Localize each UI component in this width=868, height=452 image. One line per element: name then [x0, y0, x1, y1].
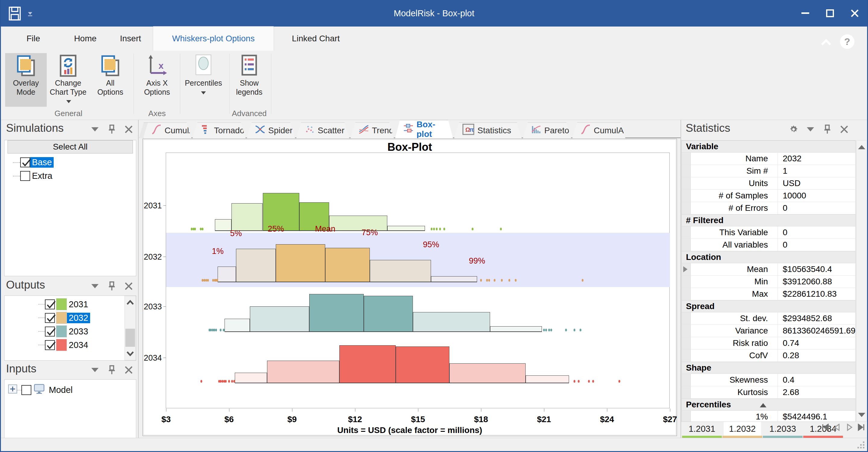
- next-page-icon[interactable]: [846, 424, 854, 433]
- chart-title: Box-Plot: [143, 141, 677, 153]
- outputs-pin-icon[interactable]: [107, 282, 116, 291]
- simulations-close-icon[interactable]: [124, 125, 133, 134]
- ribbon-tab-insert[interactable]: Insert: [116, 27, 146, 51]
- input-label[interactable]: Model: [47, 385, 74, 395]
- chart-tab-tornado[interactable]: Tornado: [193, 122, 246, 138]
- select-all-button[interactable]: Select All: [7, 140, 133, 153]
- chart-tab-box-plot[interactable]: Box-plot: [395, 120, 453, 138]
- input-item-model[interactable]: Model: [8, 384, 74, 396]
- prev-page-icon[interactable]: [834, 424, 841, 433]
- resize-grip[interactable]: [857, 441, 865, 449]
- collapse-ribbon-icon[interactable]: [821, 39, 832, 47]
- chart-tab-scatter[interactable]: Scatter: [296, 122, 349, 138]
- simulation-checkbox-base[interactable]: [20, 157, 30, 168]
- gear-icon[interactable]: [789, 125, 798, 134]
- output-label[interactable]: 2031: [67, 299, 90, 310]
- statistics-dropdown-icon[interactable]: [806, 125, 815, 134]
- first-page-icon[interactable]: [822, 424, 830, 433]
- chart-tab-cumula[interactable]: CumulA: [143, 122, 191, 138]
- outputs-scroll-thumb[interactable]: [125, 329, 135, 347]
- simulation-item-extra[interactable]: Extra: [13, 171, 54, 181]
- output-label[interactable]: 2032: [67, 313, 90, 323]
- statistics-close-icon[interactable]: [840, 125, 849, 134]
- variable-tab-1-2032[interactable]: 1.2032: [724, 422, 761, 436]
- output-checkbox-2031[interactable]: [45, 299, 55, 309]
- overlay-mode-button[interactable]: OverlayMode: [5, 53, 47, 107]
- simulations-pin-icon[interactable]: [107, 125, 116, 134]
- chart-tab-label: Tornado: [214, 126, 244, 135]
- output-item-2033[interactable]: 2033: [38, 325, 90, 337]
- sort-ascending-icon[interactable]: [760, 403, 767, 408]
- output-checkbox-2034[interactable]: [45, 340, 55, 350]
- close-button[interactable]: [844, 0, 865, 27]
- minimize-button[interactable]: [795, 0, 816, 27]
- stats-row--of-samples: # of Samples10000: [682, 190, 855, 202]
- percentiles-button[interactable]: Percentiles: [179, 53, 227, 107]
- stats-scroll-up-icon[interactable]: [857, 142, 867, 151]
- row-gutter: [682, 350, 691, 362]
- right-splitter[interactable]: [681, 120, 681, 438]
- simulation-item-base[interactable]: Base: [13, 157, 54, 168]
- simulation-label[interactable]: Base: [30, 157, 54, 168]
- output-label[interactable]: 2033: [67, 326, 90, 337]
- svg-text:x: x: [158, 61, 164, 70]
- outlier-dot: [431, 228, 433, 230]
- percentile-box-2032: [236, 249, 276, 282]
- chart-tab-spider[interactable]: Spider: [247, 122, 295, 138]
- chart-tab-statistics[interactable]: ΩπStatistics: [454, 122, 522, 138]
- ribbon-tab-linked-chart[interactable]: Linked Chart: [284, 27, 347, 51]
- scroll-up-icon[interactable]: [125, 297, 135, 307]
- output-checkbox-2033[interactable]: [45, 327, 55, 336]
- outputs-close-icon[interactable]: [124, 282, 133, 291]
- expand-plus-icon[interactable]: [8, 385, 17, 396]
- outputs-scrollbar[interactable]: [124, 296, 136, 360]
- variable-tab-1-2031[interactable]: 1.2031: [683, 422, 721, 436]
- all-options-button[interactable]: AllOptions: [90, 53, 131, 107]
- scroll-down-icon[interactable]: [125, 349, 135, 359]
- ribbon-tab-home[interactable]: Home: [66, 27, 105, 51]
- monitor-icon: [33, 384, 45, 396]
- maximize-button[interactable]: [819, 0, 841, 27]
- tree-connector: [38, 304, 45, 305]
- y-axis-tick: [163, 306, 166, 307]
- chart-tab-cumula2[interactable]: CumulA2: [572, 122, 625, 138]
- input-checkbox-model[interactable]: [22, 385, 31, 395]
- simulations-panel: Simulations Select All BaseExtra: [2, 120, 138, 277]
- inputs-close-icon[interactable]: [124, 365, 133, 374]
- ribbon-tab-whiskers-plot-options[interactable]: Whiskers-plot Options: [153, 27, 274, 51]
- statistics-scrollbar[interactable]: [856, 140, 867, 422]
- outlier-dot: [215, 329, 217, 331]
- simulations-dropdown-icon[interactable]: [90, 125, 99, 134]
- change-chart-type-button[interactable]: ChangeChart Type: [47, 53, 89, 107]
- output-item-2032[interactable]: 2032: [38, 312, 90, 324]
- stats-scroll-down-icon[interactable]: [857, 411, 867, 420]
- inputs-pin-icon[interactable]: [107, 365, 116, 374]
- inputs-dropdown-icon[interactable]: [90, 365, 99, 374]
- ribbon-group-label: Advanced: [229, 109, 269, 118]
- simulation-checkbox-extra[interactable]: [20, 171, 30, 181]
- axis-x-options-button[interactable]: xAxis XOptions: [136, 53, 178, 107]
- left-splitter[interactable]: [138, 120, 138, 438]
- percentile-label-25pct: 25%: [268, 224, 284, 234]
- show-legends-button[interactable]: Showlegends: [229, 53, 269, 107]
- chart-tab-trend[interactable]: Trend: [350, 122, 394, 138]
- output-item-2031[interactable]: 2031: [38, 298, 90, 310]
- chart-tab-label: Statistics: [477, 126, 511, 135]
- statistics-grid: VariableName2032Sim #1UnitsUSD# of Sampl…: [681, 140, 856, 422]
- chart-tab-pareto[interactable]: Pareto: [523, 122, 571, 138]
- output-label[interactable]: 2034: [67, 340, 90, 351]
- outputs-dropdown-icon[interactable]: [90, 282, 99, 291]
- ribbon-tab-file[interactable]: File: [19, 27, 48, 51]
- output-checkbox-2032[interactable]: [45, 313, 55, 323]
- stats-row-value: 10000: [778, 190, 855, 202]
- statistics-pin-icon[interactable]: [823, 125, 832, 134]
- simulation-label[interactable]: Extra: [30, 171, 54, 181]
- variable-tab-1-2033[interactable]: 1.2033: [764, 422, 801, 436]
- help-icon[interactable]: ?: [839, 34, 855, 51]
- outlier-dot: [494, 279, 495, 282]
- last-page-icon[interactable]: [858, 424, 866, 433]
- percentile-box-2033: [224, 319, 250, 332]
- stats-row-label: This Variable: [691, 227, 773, 239]
- chart-card: Box-Plot 203120321%5%25%Mean75%95%99%203…: [143, 139, 677, 436]
- output-item-2034[interactable]: 2034: [38, 339, 90, 351]
